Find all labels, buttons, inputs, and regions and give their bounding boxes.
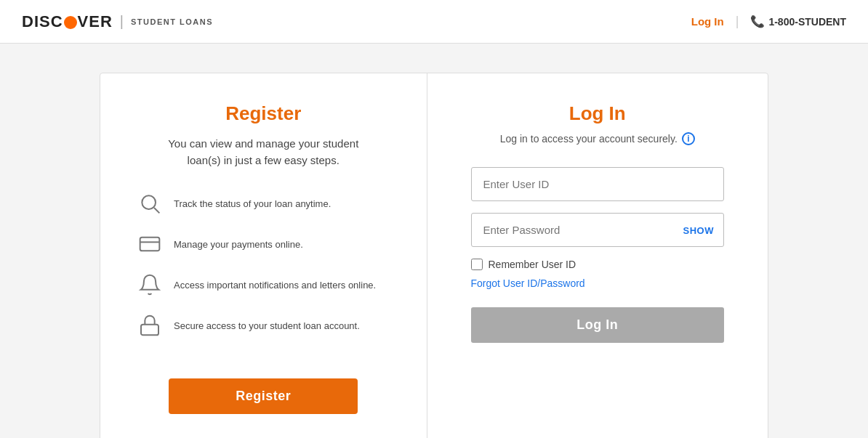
header-right: Log In | 📞 1-800-STUDENT — [691, 14, 846, 29]
feature-text-2: Manage your payments online. — [174, 239, 303, 250]
remember-label: Remember User ID — [489, 259, 576, 270]
svg-rect-4 — [141, 325, 158, 336]
svg-point-0 — [142, 195, 156, 209]
user-id-group — [471, 167, 725, 201]
list-item: Track the status of your loan anytime. — [137, 190, 390, 216]
header-login-link[interactable]: Log In — [691, 15, 724, 28]
login-subtitle-row: Log in to access your account securely. … — [500, 132, 695, 145]
payment-icon — [137, 231, 163, 257]
svg-rect-2 — [140, 238, 160, 251]
feature-text-4: Secure access to your student loan accou… — [174, 320, 360, 331]
logo-area: DISCVER | STUDENT LOANS — [22, 12, 213, 31]
discover-logo: DISCVER — [22, 12, 113, 31]
info-icon[interactable]: i — [682, 132, 695, 145]
phone-number: 1-800-STUDENT — [768, 16, 846, 28]
main-content: Register You can view and manage your st… — [0, 44, 868, 438]
main-card: Register You can view and manage your st… — [100, 73, 768, 438]
feature-text-1: Track the status of your loan anytime. — [174, 198, 331, 209]
header-phone: 📞 1-800-STUDENT — [750, 15, 846, 28]
remember-checkbox[interactable] — [471, 259, 483, 270]
login-title: Log In — [569, 102, 626, 125]
phone-icon: 📞 — [750, 15, 765, 28]
svg-line-1 — [154, 208, 159, 213]
password-group: SHOW — [471, 213, 725, 247]
user-id-input[interactable] — [471, 167, 725, 201]
list-item: Access important notifications and lette… — [137, 272, 390, 298]
list-item: Manage your payments online. — [137, 231, 390, 257]
register-section: Register You can view and manage your st… — [100, 73, 427, 438]
login-button[interactable]: Log In — [471, 307, 725, 343]
register-title: Register — [225, 102, 301, 125]
forgot-link[interactable]: Forgot User ID/Password — [471, 277, 725, 289]
login-section: Log In Log in to access your account sec… — [427, 73, 768, 438]
register-button[interactable]: Register — [169, 378, 358, 414]
list-item: Secure access to your student loan accou… — [137, 312, 390, 338]
bell-icon — [137, 272, 163, 298]
feature-text-3: Access important notifications and lette… — [174, 280, 376, 291]
register-subtitle: You can view and manage your student loa… — [161, 136, 365, 169]
search-icon — [137, 190, 163, 216]
show-password-button[interactable]: SHOW — [683, 224, 714, 235]
lock-icon — [137, 312, 163, 338]
header-divider: | — [736, 14, 739, 29]
header: DISCVER | STUDENT LOANS Log In | 📞 1-800… — [0, 0, 868, 44]
logo-student-loans: STUDENT LOANS — [131, 17, 213, 26]
features-list: Track the status of your loan anytime. M… — [137, 190, 390, 353]
login-subtitle-text: Log in to access your account securely. — [500, 133, 678, 145]
remember-row: Remember User ID — [471, 259, 725, 270]
logo-divider: | — [120, 13, 124, 30]
